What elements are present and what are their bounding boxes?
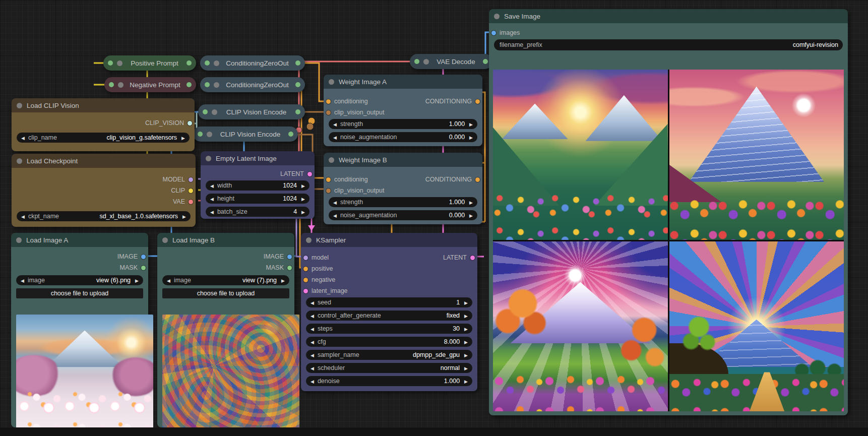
output-slot-clip-vision[interactable]: CLIP_VISION (145, 118, 192, 128)
steps-widget[interactable]: steps 30 (306, 324, 472, 334)
input-slot-conditioning[interactable]: conditioning (326, 175, 368, 184)
input-slot-latent-image[interactable]: latent_image (303, 286, 348, 295)
node-weight-image-b[interactable]: Weight Image B conditioning CONDITIONING… (324, 153, 482, 224)
collapse-dot[interactable] (212, 109, 217, 115)
mask-output-dot[interactable] (141, 266, 146, 270)
decrement-arrow-icon[interactable] (311, 364, 314, 371)
latent-output-dot[interactable] (470, 256, 475, 260)
node-load-checkpoint[interactable]: Load Checkpoint MODEL CLIP VAE ckpt_name… (12, 154, 196, 227)
decrement-arrow-icon[interactable] (333, 134, 337, 141)
output-slot-image[interactable]: IMAGE (264, 252, 292, 261)
width-widget[interactable]: width 1024 (206, 180, 309, 191)
output-slot-latent[interactable]: LATENT (280, 169, 312, 178)
increment-arrow-icon[interactable] (464, 299, 468, 306)
collapse-dot[interactable] (329, 79, 334, 85)
batch-size-widget[interactable]: batch_size 4 (206, 207, 309, 217)
node-header[interactable]: Load Checkpoint (12, 154, 196, 168)
output-slot-image[interactable]: IMAGE (117, 252, 146, 261)
conditioning-input-dot[interactable] (326, 177, 331, 182)
choose-file-button[interactable]: choose file to upload (162, 288, 289, 298)
node-header[interactable]: KSampler (301, 233, 477, 247)
node-header[interactable]: Weight Image B (324, 153, 482, 167)
image-output-dot[interactable] (287, 255, 292, 259)
height-widget[interactable]: height 1024 (206, 194, 309, 204)
conditioning-output-dot[interactable] (475, 99, 480, 104)
denoise-widget[interactable]: denoise 1.000 (306, 376, 472, 386)
decrement-arrow-icon[interactable] (311, 351, 314, 358)
collapse-dot[interactable] (162, 237, 168, 243)
ckpt-name-widget[interactable]: ckpt_name sd_xl_base_1.0.safetensors (17, 211, 191, 221)
node-conditioning-zero-out-2[interactable]: ConditioningZeroOut (200, 77, 305, 92)
mask-output-dot[interactable] (287, 266, 292, 270)
vae-output-dot[interactable] (189, 200, 193, 204)
increment-arrow-icon[interactable] (281, 277, 285, 284)
output-slot-model[interactable]: MODEL (163, 175, 193, 184)
input-slot-model[interactable]: model (303, 253, 329, 262)
collapse-dot[interactable] (17, 103, 22, 108)
choose-file-button[interactable]: choose file to upload (16, 288, 143, 298)
decrement-arrow-icon[interactable] (210, 208, 214, 215)
node-header[interactable]: Save Image (489, 9, 848, 23)
node-conditioning-zero-out-1[interactable]: ConditioningZeroOut (200, 55, 305, 71)
positive-input-dot[interactable] (303, 267, 308, 271)
scheduler-widget[interactable]: scheduler normal (306, 363, 472, 373)
model-input-dot[interactable] (303, 256, 308, 260)
input-slot-clip-vision-output[interactable]: clip_vision_output (326, 108, 384, 117)
clip-vision-output-dot[interactable] (188, 121, 192, 126)
input-slot-clip-vision-output[interactable]: clip_vision_output (326, 186, 384, 195)
increment-arrow-icon[interactable] (469, 134, 473, 141)
input-slot-images[interactable]: images (491, 28, 520, 37)
cfg-widget[interactable]: cfg 8.000 (306, 337, 472, 347)
output-slot-mask[interactable]: MASK (266, 263, 292, 272)
node-header[interactable]: Load Image B (157, 233, 294, 247)
node-save-image[interactable]: Save Image images filename_prefix comfyu… (489, 9, 848, 415)
collapse-dot[interactable] (206, 156, 211, 161)
increment-arrow-icon[interactable] (182, 213, 186, 220)
noise-augmentation-widget[interactable]: noise_augmentation 0.000 (329, 210, 477, 220)
collapse-dot[interactable] (494, 14, 500, 19)
decrement-arrow-icon[interactable] (21, 134, 25, 141)
output-slot-latent[interactable]: LATENT (443, 253, 475, 262)
latent-output-dot[interactable] (307, 172, 312, 176)
decrement-arrow-icon[interactable] (311, 378, 314, 385)
node-header[interactable]: Weight Image A (324, 75, 482, 89)
clip-vision-output-input-dot[interactable] (326, 189, 331, 193)
collapse-dot[interactable] (117, 60, 122, 66)
collapse-dot[interactable] (16, 237, 22, 243)
generated-image-4[interactable] (669, 241, 844, 412)
node-negative-prompt[interactable]: Negative Prompt (104, 77, 196, 92)
node-header[interactable]: Load CLIP Vision (12, 98, 195, 112)
decrement-arrow-icon[interactable] (210, 195, 214, 202)
node-clip-vision-encode-1[interactable]: CLIP Vision Encode (198, 104, 305, 119)
decrement-arrow-icon[interactable] (311, 338, 314, 345)
input-slot-positive[interactable]: positive (303, 264, 333, 273)
collapse-dot[interactable] (118, 82, 123, 88)
output-slot-clip[interactable]: CLIP (171, 186, 193, 195)
increment-arrow-icon[interactable] (469, 199, 473, 206)
node-load-image-a[interactable]: Load Image A IMAGE MASK image view (6).p… (11, 233, 148, 427)
node-load-clip-vision[interactable]: Load CLIP Vision CLIP_VISION clip_name c… (12, 98, 195, 151)
decrement-arrow-icon[interactable] (311, 325, 314, 332)
strength-widget[interactable]: strength 1.000 (329, 119, 477, 129)
sampler-name-widget[interactable]: sampler_name dpmpp_sde_gpu (306, 350, 472, 360)
generated-image-3[interactable] (493, 241, 668, 412)
increment-arrow-icon[interactable] (464, 338, 468, 345)
node-clip-vision-encode-2[interactable]: CLIP Vision Encode (193, 127, 298, 142)
strength-widget[interactable]: strength 1.000 (329, 197, 477, 207)
seed-widget[interactable]: seed 1 (306, 297, 472, 307)
input-slot-negative[interactable]: negative (303, 275, 335, 284)
node-graph-canvas[interactable]: Positive Prompt Negative Prompt Conditio… (0, 0, 868, 436)
decrement-arrow-icon[interactable] (167, 277, 170, 284)
increment-arrow-icon[interactable] (301, 182, 305, 189)
clip-vision-output-input-dot[interactable] (326, 110, 331, 115)
model-output-dot[interactable] (189, 177, 193, 182)
increment-arrow-icon[interactable] (301, 195, 305, 202)
control-after-generate-widget[interactable]: control_after_generate fixed (306, 310, 472, 321)
negative-input-dot[interactable] (303, 278, 308, 282)
collapse-dot[interactable] (214, 60, 219, 66)
output-slot-vae[interactable]: VAE (173, 197, 193, 206)
increment-arrow-icon[interactable] (181, 134, 185, 141)
node-load-image-b[interactable]: Load Image B IMAGE MASK image view (7).p… (157, 233, 294, 427)
conditioning-output-dot[interactable] (475, 177, 480, 182)
increment-arrow-icon[interactable] (464, 325, 468, 332)
